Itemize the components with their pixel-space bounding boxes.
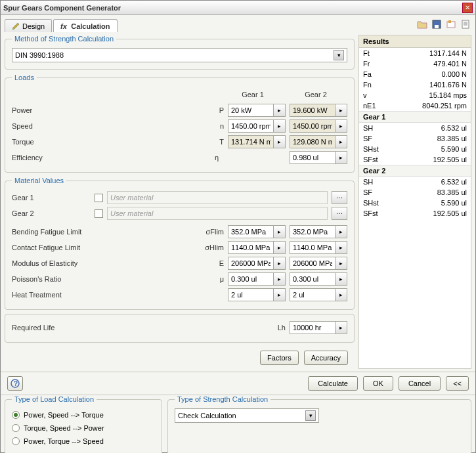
close-icon[interactable]: ✕: [462, 3, 473, 13]
options-icon[interactable]: [445, 18, 457, 30]
eff-spin[interactable]: ▸: [335, 151, 347, 164]
elas-g1-spin[interactable]: ▸: [274, 257, 286, 270]
pois-g1-spin[interactable]: ▸: [274, 272, 286, 286]
heat-label: Heat Treatment: [12, 291, 196, 299]
torque-g2-input[interactable]: [290, 135, 335, 148]
cont-g2[interactable]: [290, 241, 335, 254]
app-window: Spur Gears Component Generator ✕ Design …: [0, 0, 476, 453]
power-g2-input[interactable]: [290, 104, 335, 117]
open-icon[interactable]: [416, 18, 428, 30]
result-value: 1317.144 N: [429, 49, 467, 57]
speed-g1-input[interactable]: [228, 119, 274, 133]
loadcalc-opt1-radio[interactable]: [12, 411, 20, 419]
loadcalc-opt2-radio[interactable]: [12, 424, 20, 432]
collapse-button[interactable]: <<: [446, 376, 469, 391]
result-value: 192.505 ul: [433, 156, 467, 163]
elas-g2-spin[interactable]: ▸: [335, 257, 347, 270]
result-key: Fa: [363, 70, 441, 78]
bend-g1-spin[interactable]: ▸: [274, 225, 286, 238]
elas-g1[interactable]: [228, 257, 274, 270]
cont-g1[interactable]: [228, 241, 274, 254]
speed-g2-input[interactable]: [290, 119, 335, 133]
result-value: 6.532 ul: [441, 178, 467, 186]
power-g1-spin[interactable]: ▸: [274, 104, 286, 117]
result-row: Fr479.401 N: [359, 58, 471, 69]
torque-label: Torque: [12, 138, 202, 146]
mat-g1-label: Gear 1: [12, 194, 91, 202]
result-key: Fn: [363, 81, 429, 89]
loads-col2: Gear 2: [284, 91, 347, 98]
svg-rect-4: [462, 20, 469, 28]
heat-g1[interactable]: [228, 288, 274, 301]
elas-g2[interactable]: [290, 257, 335, 270]
life-input[interactable]: [290, 321, 335, 334]
strcalc-combo[interactable]: Check Calculation ▾: [175, 408, 319, 423]
power-g1-input[interactable]: [228, 104, 274, 117]
heat-g1-spin[interactable]: ▸: [274, 288, 286, 301]
bend-label: Bending Fatigue Limit: [12, 228, 196, 236]
torque-g1-spin[interactable]: ▸: [274, 135, 286, 148]
result-value: 192.505 ul: [433, 209, 467, 217]
loadcalc-opt2: Torque, Speed --> Power: [24, 424, 104, 432]
cont-sym: σHlim: [200, 244, 224, 251]
result-value: 479.401 N: [433, 60, 467, 68]
life-spin[interactable]: ▸: [335, 321, 347, 334]
bend-g2-spin[interactable]: ▸: [335, 225, 347, 238]
speed-label: Speed: [12, 122, 202, 130]
help-button[interactable]: ?: [7, 376, 23, 391]
power-g2-spin[interactable]: ▸: [335, 104, 347, 117]
mat-g2-browse[interactable]: …: [332, 207, 347, 220]
mat-g2-user-checkbox[interactable]: [95, 209, 103, 218]
mat-legend: Material Values: [12, 177, 66, 184]
eff-sym: η: [200, 154, 219, 162]
mat-g1-browse[interactable]: …: [332, 191, 347, 204]
power-sym: P: [206, 106, 224, 114]
calculate-button[interactable]: Calculate: [308, 376, 358, 391]
result-value: 15.184 mps: [429, 91, 467, 99]
pois-g2[interactable]: [290, 272, 335, 286]
save-icon[interactable]: [431, 18, 443, 30]
heat-g2[interactable]: [290, 288, 335, 301]
result-value: 83.385 ul: [437, 188, 467, 196]
report-icon[interactable]: [460, 18, 471, 30]
svg-rect-2: [435, 25, 439, 28]
result-row: SH6.532 ul: [359, 177, 471, 187]
result-value: 6.532 ul: [441, 124, 467, 132]
life-sym: Lh: [267, 324, 286, 332]
eff-input[interactable]: [290, 151, 335, 164]
loadcalc-opt3: Power, Torque --> Speed: [24, 437, 104, 445]
cont-g2-spin[interactable]: ▸: [335, 241, 347, 254]
loadcalc-group: Type of Load Calculation Power, Speed --…: [5, 395, 162, 453]
ok-button[interactable]: OK: [363, 376, 393, 391]
pois-g2-spin[interactable]: ▸: [335, 272, 347, 286]
heat-g2-spin[interactable]: ▸: [335, 288, 347, 301]
cancel-button[interactable]: Cancel: [399, 376, 441, 391]
accuracy-button[interactable]: Accuracy: [304, 351, 348, 365]
pois-g1[interactable]: [228, 272, 274, 286]
tab-design[interactable]: Design: [5, 19, 52, 32]
bend-g2[interactable]: [290, 225, 335, 238]
speed-g2-spin[interactable]: ▸: [335, 119, 347, 133]
svg-text:fx: fx: [60, 22, 68, 30]
factors-button[interactable]: Factors: [260, 351, 299, 365]
bend-g1[interactable]: [228, 225, 274, 238]
result-row: nE18040.251 rpm: [359, 100, 471, 111]
mat-g1-user: User material: [107, 191, 328, 204]
titlebar: Spur Gears Component Generator ✕: [1, 1, 475, 15]
tab-calculation[interactable]: fx Calculation: [53, 19, 117, 32]
elas-sym: E: [200, 259, 224, 267]
torque-sym: T: [206, 138, 224, 146]
torque-g1-input[interactable]: [228, 135, 274, 148]
loadcalc-opt3-radio[interactable]: [12, 437, 20, 445]
speed-g1-spin[interactable]: ▸: [274, 119, 286, 133]
cont-g1-spin[interactable]: ▸: [274, 241, 286, 254]
result-row: v15.184 mps: [359, 90, 471, 100]
result-key: SFst: [363, 209, 433, 217]
torque-g2-spin[interactable]: ▸: [335, 135, 347, 148]
tab-bar: Design fx Calculation: [1, 15, 475, 32]
mat-g1-user-checkbox[interactable]: [95, 194, 103, 202]
result-key: Ft: [363, 49, 429, 57]
method-combo[interactable]: DIN 3990:1988 ▾: [12, 48, 347, 62]
pois-sym: μ: [200, 275, 224, 283]
tab-design-label: Design: [22, 22, 45, 30]
